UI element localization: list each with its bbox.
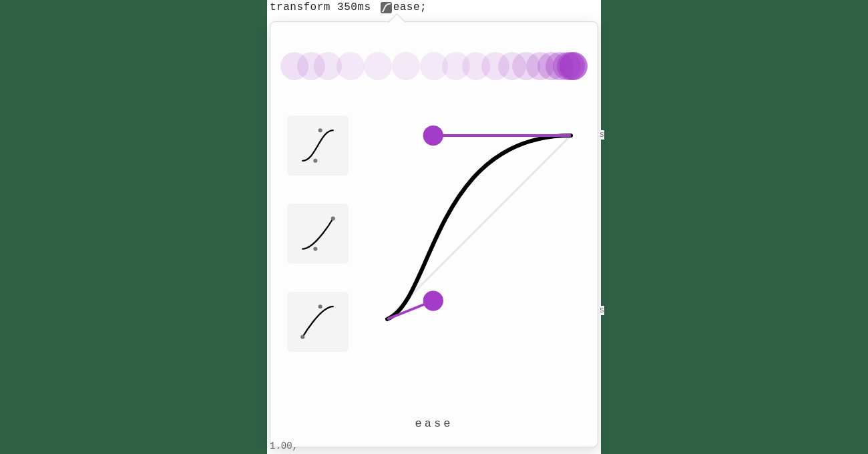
preset-handle (313, 159, 317, 163)
preset-curve (302, 130, 333, 161)
bezier-swatch-icon[interactable] (381, 2, 392, 13)
preset-item[interactable] (287, 116, 349, 176)
clipped-bottom-text: 1.00, (270, 441, 298, 451)
preset-handle (318, 304, 322, 308)
preset-handle (318, 128, 322, 132)
bezier-editor-popover: ease (270, 21, 598, 447)
curve-name-label: ease (270, 417, 598, 430)
velocity-sample (364, 52, 392, 80)
preset-curve (302, 218, 333, 249)
handle-1[interactable] (423, 290, 443, 310)
preset-handle (331, 216, 335, 220)
clipped-background-text: s s (601, 0, 604, 334)
css-timing: ease (393, 1, 420, 13)
handle-2[interactable] (423, 126, 443, 146)
linear-guide (387, 136, 571, 319)
css-property: transform (270, 1, 331, 13)
velocity-sample (392, 52, 420, 80)
preset-item[interactable] (287, 292, 349, 352)
css-suffix: ; (420, 1, 427, 13)
velocity-preview (280, 45, 588, 85)
preset-handle (313, 247, 317, 251)
css-duration: 350ms (337, 1, 371, 13)
velocity-sample (560, 52, 588, 80)
velocity-sample (337, 52, 365, 80)
popover-arrow (388, 13, 406, 31)
preset-list (287, 116, 349, 352)
preset-curve (302, 306, 333, 337)
preset-item[interactable] (287, 204, 349, 264)
preset-handle (300, 335, 304, 339)
css-transition-line: transform 350ms ease ; (267, 0, 601, 15)
page-panel: transform 350ms ease ; s s (267, 0, 601, 454)
bezier-canvas[interactable] (387, 136, 571, 319)
